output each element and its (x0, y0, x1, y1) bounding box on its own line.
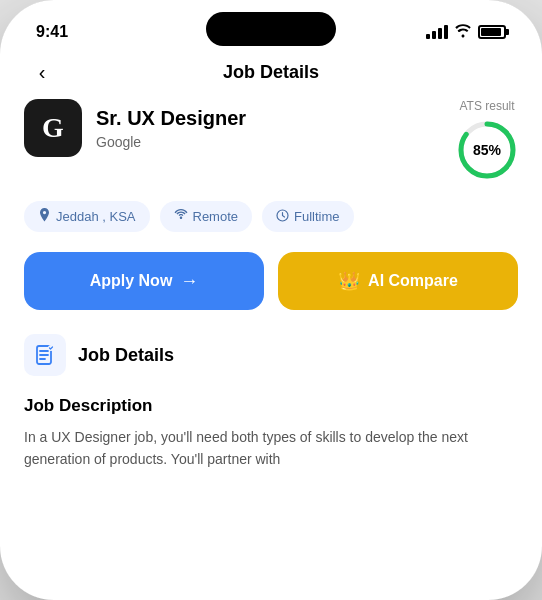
ats-label: ATS result (459, 99, 514, 113)
ats-percent-label: 85% (473, 142, 501, 158)
tag-fulltime: Fulltime (262, 201, 354, 232)
header: ‹ Job Details (0, 50, 542, 99)
signal-icon (426, 25, 448, 39)
status-icons (426, 24, 506, 41)
description-text: In a UX Designer job, you'll need both t… (24, 426, 518, 471)
company-logo: G (24, 99, 82, 157)
details-label: Job Details (78, 345, 174, 366)
phone-inner: 9:41 ‹ (0, 0, 542, 600)
apply-now-button[interactable]: Apply Now → (24, 252, 264, 310)
ai-compare-button[interactable]: 👑 AI Compare (278, 252, 518, 310)
status-time: 9:41 (36, 23, 68, 41)
wifi-icon (454, 24, 472, 41)
tags-row: Jeddah , KSA Remote Fulltime (0, 201, 542, 252)
tag-remote-label: Remote (193, 209, 239, 224)
crown-icon: 👑 (338, 270, 360, 292)
arrow-icon: → (180, 271, 198, 292)
ats-container: ATS result 85% (456, 99, 518, 181)
dynamic-island (206, 12, 336, 46)
job-info: G Sr. UX Designer Google (24, 99, 246, 157)
location-icon (38, 208, 51, 225)
ai-compare-label: AI Compare (368, 272, 458, 290)
page-title: Job Details (223, 62, 319, 83)
remote-icon (174, 209, 188, 224)
job-title: Sr. UX Designer (96, 107, 246, 130)
details-icon (24, 334, 66, 376)
back-button[interactable]: ‹ (24, 55, 60, 91)
job-description: Job Description In a UX Designer job, yo… (0, 396, 542, 471)
job-details-section: Job Details (0, 334, 542, 396)
ats-circle: 85% (456, 119, 518, 181)
back-chevron-icon: ‹ (39, 61, 46, 84)
action-buttons: Apply Now → 👑 AI Compare (0, 252, 542, 334)
job-text: Sr. UX Designer Google (96, 107, 246, 150)
description-title: Job Description (24, 396, 518, 416)
apply-now-label: Apply Now (90, 272, 173, 290)
clock-icon (276, 209, 289, 225)
tag-remote: Remote (160, 201, 253, 232)
tag-location-label: Jeddah , KSA (56, 209, 136, 224)
phone-frame: 9:41 ‹ (0, 0, 542, 600)
tag-fulltime-label: Fulltime (294, 209, 340, 224)
company-name: Google (96, 134, 246, 150)
tag-location: Jeddah , KSA (24, 201, 150, 232)
battery-icon (478, 25, 506, 39)
job-card: G Sr. UX Designer Google ATS result 85% (0, 99, 542, 201)
